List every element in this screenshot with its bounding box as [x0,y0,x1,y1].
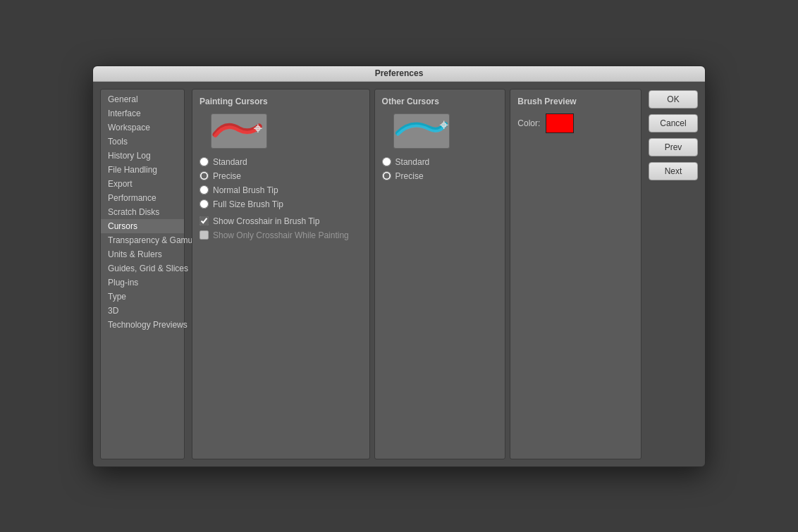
sidebar-item-file-handling[interactable]: File Handling [101,163,184,177]
painting-radio-input-standard[interactable] [200,157,209,166]
other-cursors-title: Other Cursors [382,97,498,106]
dialog-body: GeneralInterfaceWorkspaceToolsHistory Lo… [93,82,705,466]
main-content: Painting Cursors StandardPreciseNormal B… [192,89,642,459]
sidebar-item-guides-grid-slices[interactable]: Guides, Grid & Slices [101,261,184,276]
sidebar-item-plug-ins[interactable]: Plug-ins [101,276,184,290]
sidebar-item-tools[interactable]: Tools [101,135,184,149]
painting-cursors-title: Painting Cursors [200,97,362,106]
next-button[interactable]: Next [649,162,698,180]
painting-checkbox-input-1 [200,230,209,240]
sidebar-item-performance[interactable]: Performance [101,191,184,205]
painting-checkbox-label-1: Show Only Crosshair While Painting [213,230,349,240]
sidebar-item-interface[interactable]: Interface [101,106,184,120]
sidebar-item-export[interactable]: Export [101,177,184,191]
painting-radio-label-normal_brush_tip: Normal Brush Tip [213,185,278,195]
painting-checkbox-1[interactable]: Show Only Crosshair While Painting [200,230,362,240]
sidebar-item-scratch-disks[interactable]: Scratch Disks [101,205,184,219]
other-radio-input-precise[interactable] [382,171,391,180]
painting-checkbox-0[interactable]: Show Crosshair in Brush Tip [200,216,362,226]
title-bar: Preferences [93,66,705,82]
sidebar-item-general[interactable]: General [101,92,184,106]
other-cursors-options: StandardPrecise [382,157,498,181]
sidebar-item-history-log[interactable]: History Log [101,149,184,163]
painting-radio-label-precise: Precise [213,171,241,181]
painting-cursors-checkboxes: Show Crosshair in Brush TipShow Only Cro… [200,216,362,240]
painting-radio-label-full_size_brush_tip: Full Size Brush Tip [213,199,283,209]
sidebar-item-workspace[interactable]: Workspace [101,120,184,135]
other-radio-standard[interactable]: Standard [382,157,498,167]
other-radio-label-standard: Standard [395,157,430,167]
sidebar-item-type[interactable]: Type [101,290,184,304]
brush-color-row: Color: [517,113,634,133]
brush-preview-title: Brush Preview [517,97,634,106]
painting-cursors-options: StandardPreciseNormal Brush TipFull Size… [200,157,362,209]
ok-button[interactable]: OK [649,90,698,109]
prev-button[interactable]: Prev [649,138,698,156]
painting-cursors-panel: Painting Cursors StandardPreciseNormal B… [192,89,370,459]
other-radio-input-standard[interactable] [382,157,391,166]
brush-color-swatch[interactable] [546,113,574,133]
sidebar: GeneralInterfaceWorkspaceToolsHistory Lo… [100,89,185,459]
painting-radio-label-standard: Standard [213,157,247,167]
sidebar-item-3d[interactable]: 3D [101,304,184,318]
sidebar-item-units-rulers[interactable]: Units & Rulers [101,247,184,261]
brush-color-label: Color: [517,118,540,128]
buttons-panel: OK Cancel Prev Next [649,89,698,459]
cancel-button[interactable]: Cancel [649,114,698,132]
painting-checkbox-label-0: Show Crosshair in Brush Tip [213,216,319,226]
sidebar-item-technology-previews[interactable]: Technology Previews [101,318,184,332]
painting-radio-input-full_size_brush_tip[interactable] [200,199,209,209]
sidebar-item-transparency-gamut[interactable]: Transparency & Gamut [101,233,184,247]
other-cursor-preview [393,113,450,149]
painting-radio-input-precise[interactable] [200,171,209,180]
painting-radio-precise[interactable]: Precise [200,171,362,181]
painting-radio-standard[interactable]: Standard [200,157,362,167]
painting-radio-full_size_brush_tip[interactable]: Full Size Brush Tip [200,199,362,209]
other-radio-precise[interactable]: Precise [382,171,498,181]
other-cursors-panel: Other Cursors StandardPrecise [374,89,506,459]
sidebar-item-cursors[interactable]: Cursors [101,219,184,233]
other-radio-label-precise: Precise [395,171,424,181]
painting-cursor-preview [211,113,267,149]
painting-radio-normal_brush_tip[interactable]: Normal Brush Tip [200,185,362,195]
preferences-dialog: Preferences GeneralInterfaceWorkspaceToo… [92,66,706,467]
painting-radio-input-normal_brush_tip[interactable] [200,185,209,194]
painting-checkbox-input-0[interactable] [200,216,209,225]
dialog-title: Preferences [375,68,424,78]
brush-preview-panel: Brush Preview Color: [510,89,642,459]
